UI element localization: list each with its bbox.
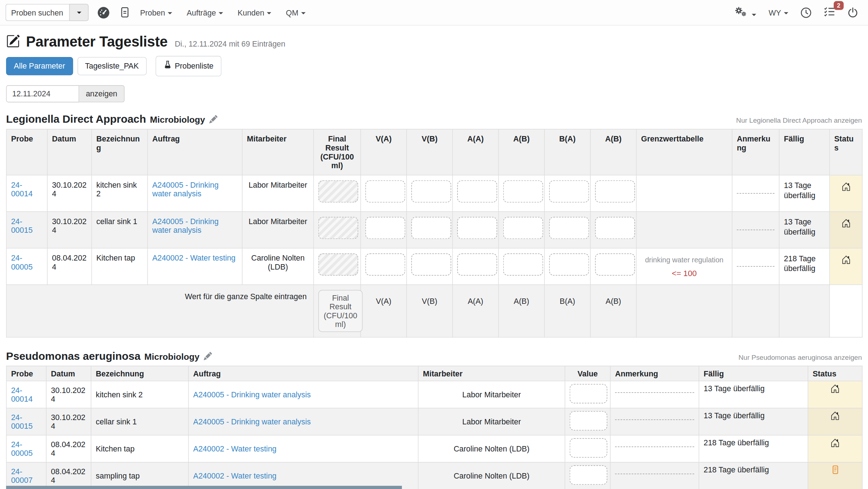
col-header-final-result: Final Result (CFU/100 ml) <box>314 129 361 175</box>
menu-kunden[interactable]: Kunden <box>238 8 272 17</box>
final-result-input-disabled <box>318 217 358 239</box>
auftrag-link[interactable]: A240005 - Drinking water analysis <box>193 390 311 399</box>
faellig-cell: 13 Tage überfällig <box>779 211 830 248</box>
power-icon[interactable] <box>847 7 858 18</box>
faellig-cell: 218 Tage überfällig <box>699 462 808 489</box>
ba-input[interactable] <box>549 180 589 202</box>
faellig-cell: 218 Tage überfällig <box>699 435 808 462</box>
menu-auftraege[interactable]: Aufträge <box>187 8 223 17</box>
value-input[interactable] <box>570 411 607 430</box>
clock-icon[interactable] <box>800 7 812 18</box>
auftrag-link[interactable]: A240005 - Drinking water analysis <box>193 417 311 426</box>
auftrag-link[interactable]: A240002 - Water testing <box>193 471 277 480</box>
menu-qm[interactable]: QM <box>286 8 306 17</box>
anmerkung-field[interactable] <box>737 265 774 266</box>
aa-input[interactable] <box>457 217 497 239</box>
probe-link[interactable]: 24-00014 <box>11 385 33 403</box>
document-icon[interactable] <box>831 467 840 476</box>
task-count-badge: 2 <box>834 1 844 10</box>
va-input[interactable] <box>365 180 405 202</box>
fill-ba-button[interactable]: B(A) <box>549 290 586 305</box>
house-icon[interactable] <box>841 257 851 266</box>
fill-final-result-button[interactable]: Final Result (CFU/100 ml) <box>318 290 363 332</box>
page-subtitle: Di., 12.11.2024 mit 69 Einträgen <box>175 39 285 51</box>
mitarbeiter-cell: Labor Mitarbeiter <box>418 381 565 408</box>
edit-pencil-icon[interactable] <box>204 352 212 362</box>
speedometer-icon[interactable] <box>97 6 110 19</box>
mitarbeiter-cell: Labor Mitarbeiter <box>242 211 314 248</box>
probe-link[interactable]: 24-00015 <box>11 217 33 234</box>
fill-va-button[interactable]: V(A) <box>365 290 402 305</box>
edit-pencil-icon[interactable] <box>209 115 218 125</box>
grenzwert-cell <box>636 211 732 248</box>
vb-input[interactable] <box>411 217 451 239</box>
chevron-down-icon <box>267 12 272 14</box>
house-icon[interactable] <box>830 386 840 395</box>
grenzwert-cell[interactable]: drinking water regulation <= 100 <box>636 248 732 284</box>
va-input[interactable] <box>365 217 405 239</box>
value-input[interactable] <box>570 384 607 403</box>
settings-menu[interactable] <box>734 6 756 19</box>
date-input[interactable] <box>6 85 79 102</box>
anmerkung-field[interactable] <box>615 419 694 420</box>
menu-proben[interactable]: Proben <box>140 8 172 17</box>
ab2-input[interactable] <box>595 253 635 275</box>
house-icon[interactable] <box>841 184 851 193</box>
anmerkung-field[interactable] <box>737 192 774 193</box>
col-header-datum: Datum <box>46 366 91 380</box>
ab2-input[interactable] <box>595 217 635 239</box>
house-icon[interactable] <box>830 413 840 422</box>
ba-input[interactable] <box>549 253 589 275</box>
task-list-button[interactable]: 2 <box>824 6 835 19</box>
ab-input[interactable] <box>503 180 543 202</box>
document-icon[interactable] <box>120 6 130 18</box>
fill-ab2-button[interactable]: A(B) <box>595 290 632 305</box>
col-header-anmerkung: Anmerkung <box>732 129 779 175</box>
datum-cell: 30.10.2024 <box>47 211 92 248</box>
show-button[interactable]: anzeigen <box>79 85 124 102</box>
probe-link[interactable]: 24-00015 <box>11 412 33 430</box>
tab-tagesliste-pak[interactable]: Tagesliste_PAK <box>77 57 147 75</box>
search-input[interactable] <box>5 4 69 21</box>
ab-input[interactable] <box>503 253 543 275</box>
ab-input[interactable] <box>503 217 543 239</box>
clipped-bottom-panel <box>6 486 402 489</box>
user-menu[interactable]: WY <box>769 8 789 17</box>
table-row: 24-00014 30.10.2024 kitchen sink 2 A2400… <box>6 175 862 211</box>
probe-link[interactable]: 24-00007 <box>11 467 33 484</box>
search-dropdown-button[interactable] <box>69 4 89 21</box>
filter-only-link[interactable]: Nur Pseudomonas aeruginosa anzeigen <box>738 353 862 361</box>
anmerkung-field[interactable] <box>737 229 774 230</box>
fill-ab-button[interactable]: A(B) <box>503 290 540 305</box>
value-input[interactable] <box>570 465 607 485</box>
value-input[interactable] <box>570 438 607 458</box>
fill-aa-button[interactable]: A(A) <box>457 290 494 305</box>
va-input[interactable] <box>365 253 405 275</box>
auftrag-link[interactable]: A240002 - Water testing <box>152 253 236 262</box>
probe-link[interactable]: 24-00005 <box>11 440 33 457</box>
aa-input[interactable] <box>457 253 497 275</box>
auftrag-link[interactable]: A240005 - Drinking water analysis <box>152 217 219 234</box>
ba-input[interactable] <box>549 217 589 239</box>
aa-input[interactable] <box>457 180 497 202</box>
anmerkung-field[interactable] <box>615 392 694 393</box>
col-header-ba: B(A) <box>544 129 590 175</box>
tab-alle-parameter[interactable]: Alle Parameter <box>6 57 73 75</box>
ab2-input[interactable] <box>595 180 635 202</box>
anmerkung-field[interactable] <box>615 473 694 474</box>
vb-input[interactable] <box>411 180 451 202</box>
datum-cell: 30.10.2024 <box>47 175 92 211</box>
vb-input[interactable] <box>411 253 451 275</box>
auftrag-link[interactable]: A240005 - Drinking water analysis <box>152 180 219 198</box>
fill-vb-button[interactable]: V(B) <box>411 290 448 305</box>
house-icon[interactable] <box>841 221 851 230</box>
tab-probenliste[interactable]: Probenliste <box>155 56 221 76</box>
house-icon[interactable] <box>830 440 840 449</box>
anmerkung-field[interactable] <box>615 446 694 447</box>
probe-link[interactable]: 24-00014 <box>11 180 33 198</box>
auftrag-link[interactable]: A240002 - Water testing <box>193 444 277 453</box>
filter-only-link[interactable]: Nur Legionella Direct Approach anzeigen <box>736 117 862 124</box>
probe-link[interactable]: 24-00005 <box>11 253 33 271</box>
mitarbeiter-cell: Caroline Nolten (LDB) <box>242 248 314 284</box>
faellig-cell: 13 Tage überfällig <box>699 408 808 435</box>
